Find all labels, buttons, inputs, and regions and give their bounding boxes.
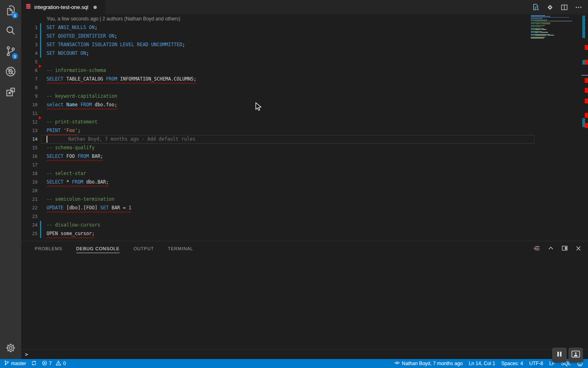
indentation-status-item[interactable]: Spaces: 4: [501, 361, 523, 366]
code-text[interactable]: -- semicolon-termination: [47, 195, 114, 204]
code-line[interactable]: 8: [21, 83, 588, 92]
panel-tab-output[interactable]: OUTPUT: [134, 244, 154, 253]
maximize-panel-icon[interactable]: [548, 245, 554, 251]
code-line[interactable]: 21-- semicolon-termination: [21, 195, 588, 204]
gitlens-icon[interactable]: [546, 4, 554, 11]
line-number[interactable]: 5: [21, 58, 38, 66]
line-number[interactable]: 12: [21, 118, 38, 126]
debug-console-input[interactable]: >: [21, 349, 588, 359]
code-text[interactable]: SET TRANSACTION ISOLATION LEVEL READ UNC…: [47, 40, 185, 49]
code-line[interactable]: 14Nathan Boyd, 7 months ago · Add defaul…: [21, 135, 588, 144]
code-line[interactable]: 5: [21, 58, 588, 66]
more-actions-icon[interactable]: [575, 4, 582, 11]
line-number[interactable]: 18: [21, 169, 38, 178]
split-editor-icon[interactable]: [561, 4, 568, 11]
code-text[interactable]: PRINT 'Foo';: [47, 126, 80, 135]
code-text[interactable]: -- keyword-capitalization: [47, 92, 117, 101]
code-lines[interactable]: 1SET ANSI_NULLS ON;2SET QUOTED_IDENTIFIE…: [21, 23, 588, 238]
code-text[interactable]: -- disallow-cursors: [47, 221, 100, 229]
line-number[interactable]: 11: [21, 109, 38, 118]
line-number[interactable]: 22: [21, 204, 38, 212]
code-line[interactable]: 11: [21, 109, 588, 118]
code-line[interactable]: 3SET TRANSACTION ISOLATION LEVEL READ UN…: [21, 40, 588, 49]
code-text[interactable]: SET QUOTED_IDENTIFIER ON;: [47, 32, 117, 40]
tab-integration-test-one-sql[interactable]: integration-test-one.sql: [21, 0, 105, 14]
sidebar-item-source-control[interactable]: 1: [0, 41, 21, 61]
sidebar-item-explorer[interactable]: 1: [0, 0, 21, 20]
encoding-status-item[interactable]: UTF-8: [529, 361, 543, 366]
line-number[interactable]: 6: [21, 66, 38, 75]
code-text[interactable]: -- information-schema: [47, 66, 106, 75]
code-text[interactable]: OPEN some_cursor;: [47, 229, 95, 238]
editor[interactable]: You, a few seconds ago | 2 authors (Nath…: [21, 14, 588, 241]
sidebar-item-debug[interactable]: [0, 61, 21, 82]
line-number[interactable]: 25: [21, 229, 38, 238]
overview-ruler[interactable]: [581, 14, 588, 241]
code-line[interactable]: 4SET NOCOUNT ON;: [21, 49, 588, 58]
line-number[interactable]: 10: [21, 101, 38, 109]
modified-dot-icon[interactable]: [94, 6, 97, 9]
code-line[interactable]: 1SET ANSI_NULLS ON;: [21, 23, 588, 32]
sync-status-item[interactable]: [31, 360, 37, 367]
panel-tab-terminal[interactable]: TERMINAL: [168, 244, 193, 253]
code-text[interactable]: SELECT TABLE_CATALOG FROM INFORMATION_SC…: [47, 75, 196, 83]
line-number[interactable]: 19: [21, 178, 38, 186]
problems-status-item[interactable]: 7 0: [42, 360, 66, 367]
code-text[interactable]: -- schema-qualify: [47, 144, 95, 152]
clear-console-icon[interactable]: [533, 245, 540, 252]
pause-button[interactable]: [552, 348, 567, 362]
sidebar-item-extensions[interactable]: [0, 82, 21, 102]
line-number[interactable]: 7: [21, 75, 38, 83]
minimap[interactable]: [531, 14, 581, 38]
code-text[interactable]: SELECT * FROM dbo.BAR;: [47, 178, 109, 186]
panel-layout-icon[interactable]: [561, 245, 568, 251]
line-number[interactable]: 3: [21, 40, 38, 49]
panel-tab-problems[interactable]: PROBLEMS: [35, 244, 62, 253]
code-line[interactable]: 22UPDATE [dbo].[FOO] SET BAR = 1: [21, 204, 588, 212]
cursor-position-status-item[interactable]: Ln 14, Col 1: [469, 361, 495, 366]
line-number[interactable]: 9: [21, 92, 38, 101]
code-line[interactable]: 16SELECT FOO FROM BAR;: [21, 152, 588, 161]
blame-status-item[interactable]: Nathan Boyd, 7 months ago: [394, 360, 463, 367]
code-text[interactable]: UPDATE [dbo].[FOO] SET BAR = 1: [47, 204, 131, 212]
line-number[interactable]: 2: [21, 32, 38, 40]
code-text[interactable]: SELECT FOO FROM BAR;: [47, 152, 103, 161]
code-line[interactable]: 15-- schema-qualify: [21, 144, 588, 152]
code-line[interactable]: 9-- keyword-capitalization: [21, 92, 588, 101]
sidebar-item-search[interactable]: [0, 20, 21, 41]
line-number[interactable]: 23: [21, 212, 38, 221]
open-changes-icon[interactable]: [532, 3, 539, 11]
code-line[interactable]: 19SELECT * FROM dbo.BAR;: [21, 178, 588, 186]
line-number[interactable]: 1: [21, 23, 38, 32]
code-line[interactable]: 7SELECT TABLE_CATALOG FROM INFORMATION_S…: [21, 75, 588, 83]
code-text[interactable]: Nathan Boyd, 7 months ago · Add default …: [47, 135, 196, 144]
panel-tab-debug-console[interactable]: DEBUG CONSOLE: [76, 244, 120, 253]
code-text[interactable]: -- select-star: [47, 169, 86, 178]
code-line[interactable]: 20: [21, 186, 588, 195]
debug-console-output[interactable]: [21, 255, 588, 349]
codelens-authors[interactable]: You, a few seconds ago | 2 authors (Nath…: [21, 14, 588, 23]
line-number[interactable]: 20: [21, 186, 38, 195]
code-text[interactable]: -- print-statement: [47, 118, 98, 126]
code-line[interactable]: 2SET QUOTED_IDENTIFIER ON;: [21, 32, 588, 40]
branch-status-item[interactable]: master: [4, 360, 26, 367]
line-number[interactable]: 13: [21, 126, 38, 135]
line-number[interactable]: 17: [21, 161, 38, 169]
code-line[interactable]: 13PRINT 'Foo';: [21, 126, 588, 135]
code-line[interactable]: 6-- information-schema: [21, 66, 588, 75]
code-text[interactable]: SET ANSI_NULLS ON;: [47, 23, 98, 32]
code-line[interactable]: 17: [21, 161, 588, 169]
line-number[interactable]: 24: [21, 221, 38, 229]
code-line[interactable]: 23: [21, 212, 588, 221]
code-line[interactable]: 25OPEN some_cursor;: [21, 229, 588, 238]
code-line[interactable]: 24-- disallow-cursors: [21, 221, 588, 229]
line-number[interactable]: 21: [21, 195, 38, 204]
line-number[interactable]: 4: [21, 49, 38, 58]
line-number[interactable]: 14: [21, 135, 38, 144]
code-text[interactable]: SET NOCOUNT ON;: [47, 49, 89, 58]
line-number[interactable]: 16: [21, 152, 38, 161]
code-line[interactable]: 10select Name FROM dbo.foo;: [21, 101, 588, 109]
line-number[interactable]: 8: [21, 83, 38, 92]
code-line[interactable]: 12-- print-statement: [21, 118, 588, 126]
screenshot-button[interactable]: [568, 348, 583, 362]
